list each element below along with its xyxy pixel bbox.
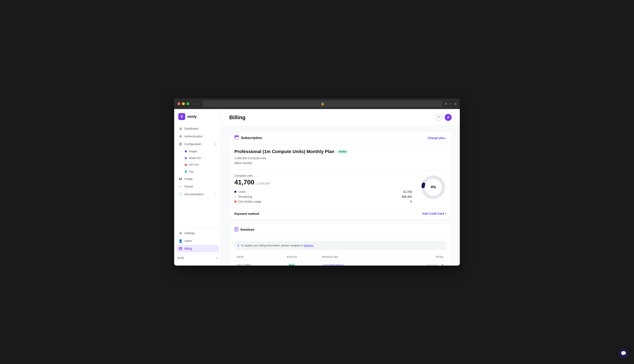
back-button[interactable]: ‹	[192, 101, 195, 106]
out-label: Out-of-plan usage	[238, 200, 408, 203]
plan-details: 1,000,000 Compute units Billed monthly	[234, 156, 447, 166]
browser-right-controls: ⬆ + ⊞	[445, 102, 457, 106]
sidebar-item-users[interactable]: 👤 Users	[176, 237, 219, 244]
share-icon[interactable]: ⬆	[445, 102, 447, 106]
workspace-name: Venly	[177, 256, 184, 260]
logo-text: venly	[187, 114, 197, 119]
payment-section: Payment method Add Credit Card +	[229, 208, 451, 219]
sidebar-item-label: Dashboard	[184, 127, 198, 130]
documentation-icon: 📄	[179, 192, 182, 196]
dashboard-icon: ⊞	[179, 127, 182, 130]
grid-icon[interactable]: ⊞	[454, 102, 457, 106]
status-badge: Active	[337, 150, 348, 154]
minimize-button[interactable]	[182, 102, 185, 105]
sidebar-item-billing[interactable]: Billing	[176, 245, 219, 252]
sidebar-item-label: Configuration	[184, 142, 201, 146]
sidebar-item-label: Widget	[189, 150, 197, 153]
widget-dot	[185, 150, 187, 152]
sidebar-item-label: Usage	[184, 177, 193, 180]
invoice-table-head: DATE STATUS INVOICE NO. TOTAL	[234, 254, 447, 260]
add-credit-card-link[interactable]: Add Credit Card +	[422, 212, 447, 215]
sidebar-item-label: Billing	[184, 247, 192, 250]
sidebar-item-widget[interactable]: Widget	[182, 148, 217, 154]
compute-row-used: Used 41,700	[234, 190, 412, 194]
sidebar-item-configuration[interactable]: Configuration ▾	[176, 140, 219, 148]
invoice-link-1[interactable]: V-002865058642	[322, 264, 344, 266]
compute-row-remaining: Remaining 958,300	[234, 195, 412, 198]
chat-icon: 💬	[621, 351, 626, 356]
avatar[interactable]: A	[445, 114, 452, 121]
url-bar[interactable]: 🔒	[203, 100, 442, 107]
amount-placeholder-1	[426, 264, 439, 266]
svg-rect-2	[179, 145, 182, 145]
forward-button[interactable]: ›	[197, 101, 201, 106]
nft-api-dot	[185, 164, 187, 166]
download-button-1[interactable]: ⬇	[441, 263, 444, 266]
out-dot	[234, 200, 236, 202]
sidebar-item-label: Authentication	[184, 135, 203, 138]
sidebar-item-settings[interactable]: ⚙ Settings	[176, 230, 219, 237]
traffic-lights	[177, 102, 189, 105]
users-icon: 👤	[179, 239, 182, 243]
maximize-button[interactable]	[186, 102, 189, 105]
plan-name-row: Professional (1m Compute Units) Monthly …	[234, 149, 447, 154]
content-area: Subscription Change plan › Professional …	[221, 126, 460, 266]
sidebar-item-authentication[interactable]: ⚙ Authentication	[176, 133, 219, 140]
sidebar-item-documentation[interactable]: 📄 Documentation ↗	[176, 190, 219, 198]
col-invoice-no: INVOICE NO.	[320, 254, 382, 260]
used-label: Used	[238, 190, 401, 194]
svg-rect-13	[237, 138, 238, 138]
sidebar-item-usage[interactable]: Usage	[176, 175, 219, 182]
compute-row-out: Out-of-plan usage 0	[234, 200, 412, 203]
svg-rect-8	[179, 249, 180, 249]
header-actions: ? A	[435, 114, 452, 121]
subscription-icon	[234, 136, 239, 140]
sidebar-item-label: Settings	[184, 232, 195, 235]
new-tab-icon[interactable]: +	[450, 102, 451, 106]
paid-badge-1: Paid	[287, 263, 296, 266]
info-message: To update your billing information, plea…	[241, 244, 314, 247]
used-value: 41,700	[403, 190, 412, 194]
total-cell-1: ⬇	[396, 263, 444, 266]
change-plan-link[interactable]: Change plan ›	[428, 136, 447, 140]
usage-icon	[179, 177, 182, 180]
pay-dot	[185, 170, 187, 172]
invoices-card: Invoices ℹ To update your billing inform…	[229, 223, 452, 266]
browser-chrome: ‹ › 🔒 ⬆ + ⊞	[174, 98, 460, 109]
invoice-table: DATE STATUS INVOICE NO. TOTAL Jul. 1 202…	[234, 254, 447, 266]
donut-percent-label: 4%	[431, 185, 436, 189]
help-button[interactable]: ?	[435, 114, 442, 121]
col-status: STATUS	[284, 254, 320, 260]
close-button[interactable]	[177, 102, 180, 105]
sidebar-item-label: Documentation	[184, 192, 204, 196]
workspace-selector[interactable]: Venly ⌄	[174, 254, 221, 262]
sidebar-item-nft-api[interactable]: NFT API	[182, 162, 217, 168]
workspace-chevron-icon: ⌄	[216, 256, 218, 260]
wallet-api-dot	[185, 157, 187, 159]
sidebar-item-label: Pay	[189, 170, 193, 173]
col-total: TOTAL	[394, 254, 447, 260]
settings-link[interactable]: Settings.	[303, 244, 314, 247]
invoices-card-header: Invoices	[229, 224, 451, 236]
sidebar-item-faucet[interactable]: ○ Faucet	[176, 183, 219, 190]
invoice-no-1: V-002865058642	[320, 260, 382, 266]
subscription-title: Subscription	[241, 136, 262, 140]
chevron-down-icon: ▾	[215, 143, 216, 146]
sidebar-item-wallet-api[interactable]: Wallet API	[182, 155, 217, 161]
card-title-row: Subscription	[234, 136, 262, 140]
configuration-icon	[179, 142, 182, 146]
chat-widget[interactable]: 💬	[618, 348, 628, 358]
compute-section: Compute units 41,700 / 1,000,000 Used	[234, 174, 447, 203]
subscription-card-body: Professional (1m Compute Units) Monthly …	[229, 144, 451, 208]
sidebar-item-dashboard[interactable]: ⊞ Dashboard	[176, 125, 219, 132]
browser-window: ‹ › 🔒 ⬆ + ⊞ V venly ⊞ Dashboard	[174, 98, 460, 266]
invoice-status-1: Paid	[284, 260, 320, 266]
browser-nav-controls: ‹ ›	[192, 101, 201, 106]
sidebar-item-label: Users	[184, 239, 192, 242]
sidebar-bottom: ⚙ Settings 👤 Users Billing	[174, 227, 221, 252]
compute-total: / 1,000,000	[256, 182, 270, 185]
sidebar-item-pay[interactable]: Pay	[182, 168, 217, 175]
sidebar: V venly ⊞ Dashboard ⚙ Authentication	[174, 109, 221, 266]
sidebar-item-label: Wallet API	[189, 156, 201, 160]
subscription-card: Subscription Change plan › Professional …	[229, 132, 452, 219]
